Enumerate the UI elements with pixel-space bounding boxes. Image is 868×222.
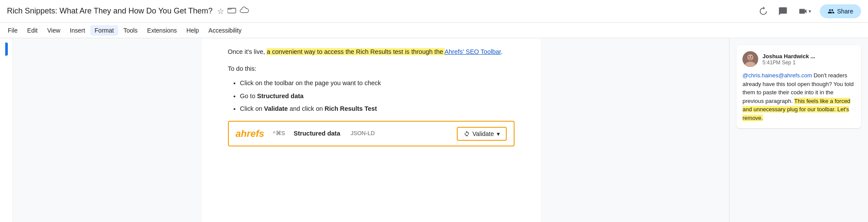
bullet-item-1: Click on the toolbar on the page you wan… [240,80,381,86]
list-item: Click on Validate and click on Rich Resu… [240,104,515,114]
list-item: Click on the toolbar on the page you wan… [240,78,515,88]
menu-bar: File Edit View Insert Format Tools Exten… [0,23,868,38]
intro-period: . [501,48,503,55]
menu-item-view[interactable]: View [43,25,65,36]
bullet-list: Click on the toolbar on the page you wan… [240,78,515,114]
to-do-label: To do this: [228,64,515,74]
title-left: Rich Snippets: What Are They and How Do … [7,7,249,16]
document-page: Once it's live, a convenient way to acce… [202,38,541,222]
bullet-item-2-prefix: Go to [240,93,257,99]
list-item: Go to Structured data [240,91,515,101]
menu-item-file[interactable]: File [3,25,22,36]
comment-timestamp: 5:41PM Sep 1 [762,60,815,66]
menu-item-accessibility[interactable]: Accessibility [204,25,246,36]
validate-dropdown-icon: ▾ [497,130,500,137]
bullet-item-3-prefix: Click on [240,105,264,112]
history-button[interactable] [756,5,769,18]
comment-button[interactable] [776,5,789,18]
title-icons: ☆ [217,7,249,16]
avatar-image [743,51,758,67]
intro-paragraph: Once it's live, a convenient way to acce… [228,47,515,57]
bullet-item-3-rich: Rich Results Test [325,105,377,112]
svg-point-4 [749,56,749,57]
ahrefs-logo: ahrefs [236,126,264,141]
document-content: Once it's live, a convenient way to acce… [228,47,515,146]
comment-email[interactable]: @chris.haines@ahrefs.com [743,72,812,79]
json-ld-label: JSON-LD [351,129,375,138]
share-label: Share [837,8,853,15]
star-icon[interactable]: ☆ [217,7,224,16]
folder-icon[interactable] [228,7,236,16]
intro-text-before: Once it's live, [228,48,267,55]
menu-item-help[interactable]: Help [182,25,203,36]
menu-item-tools[interactable]: Tools [119,25,142,36]
main-area: Once it's live, a convenient way to acce… [0,38,868,222]
menu-item-format[interactable]: Format [90,25,118,36]
left-sidebar [0,38,13,222]
share-button[interactable]: Share [820,4,861,18]
video-button[interactable]: ▾ [796,5,813,18]
ahrefs-shortcut: ^⌘S [273,129,285,138]
bullet-item-2-bold: Structured data [257,93,304,99]
menu-item-insert[interactable]: Insert [66,25,89,36]
cloud-icon[interactable] [240,7,249,16]
comment-author-name: Joshua Hardwick ... [762,53,815,60]
comment-card: Joshua Hardwick ... 5:41PM Sep 1 @chris.… [736,45,861,128]
intro-highlight: a convenient way to access the Rich Resu… [267,48,444,55]
document-title: Rich Snippets: What Are They and How Do … [7,7,213,16]
validate-label: Validate [472,130,494,137]
title-right: ▾ Share [756,4,861,18]
avatar [743,51,758,67]
bullet-item-3-validate: Validate [264,105,288,112]
comment-author-info: Joshua Hardwick ... 5:41PM Sep 1 [762,53,815,66]
comment-header: Joshua Hardwick ... 5:41PM Sep 1 [743,51,855,67]
menu-item-edit[interactable]: Edit [23,25,42,36]
sidebar-indicator [5,43,8,56]
title-bar: Rich Snippets: What Are They and How Do … [0,0,868,23]
ahrefs-toolbar-card: ahrefs ^⌘S Structured data JSON-LD Valid… [228,121,515,146]
document-area: Once it's live, a convenient way to acce… [13,38,729,222]
comment-body: @chris.haines@ahrefs.com Don't readers a… [743,71,855,122]
validate-button[interactable]: Validate ▾ [457,127,507,141]
svg-point-5 [751,56,752,57]
ahrefs-seo-toolbar-link[interactable]: Ahrefs' SEO Toolbar [445,48,501,55]
comment-panel: Joshua Hardwick ... 5:41PM Sep 1 @chris.… [729,38,868,222]
bullet-item-3-mid: and click on [288,105,325,112]
menu-item-extensions[interactable]: Extensions [143,25,181,36]
structured-data-label: Structured data [294,129,340,139]
